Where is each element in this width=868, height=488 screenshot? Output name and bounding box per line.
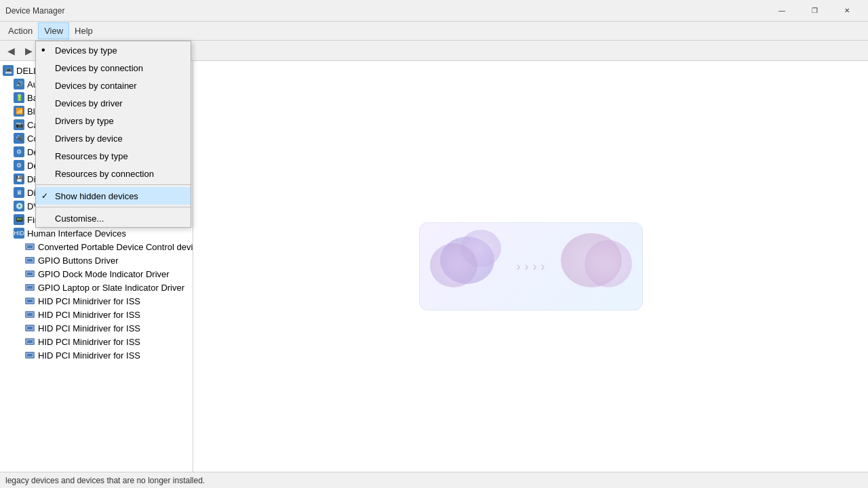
- cloud-blob-5: [585, 240, 632, 287]
- svg-rect-20: [27, 327, 33, 329]
- title-bar-buttons: — ❐ ✕: [766, 0, 863, 22]
- audio-icon: 🔊: [14, 79, 24, 89]
- hid-pci-icon-2: [24, 309, 35, 320]
- status-bar: legacy devices and devices that are no l…: [0, 472, 868, 488]
- dropdown-item-label: Show hidden devices: [55, 191, 138, 201]
- tree-gpio-dock[interactable]: GPIO Dock Mode Indicator Driver: [0, 267, 193, 281]
- hid-group-icon: HID: [14, 228, 24, 239]
- status-text: legacy devices and devices that are no l…: [5, 476, 205, 485]
- view-dropdown-menu[interactable]: Devices by type Devices by connection De…: [35, 41, 191, 228]
- com-icon: 🔌: [14, 133, 24, 144]
- svg-rect-17: [27, 313, 33, 316]
- close-button[interactable]: ✕: [831, 0, 863, 22]
- chevron-right-icon-4: ›: [541, 260, 545, 274]
- tree-item-label: GPIO Buttons Driver: [38, 256, 118, 266]
- menu-bar: Action View Help: [0, 22, 868, 41]
- cloud-decoration: › › › ›: [419, 222, 643, 310]
- dvd-icon: 💿: [14, 201, 24, 211]
- toolbar-back-button[interactable]: ◀: [3, 43, 19, 59]
- title-bar: Device Manager — ❐ ✕: [0, 0, 868, 22]
- maximize-button[interactable]: ❐: [799, 0, 830, 22]
- dropdown-item-label: Customise...: [55, 214, 104, 224]
- arrow-row: › › › ›: [517, 260, 545, 274]
- menu-view[interactable]: View: [38, 22, 69, 39]
- dropdown-item-devices-by-type[interactable]: Devices by type: [36, 41, 191, 59]
- dropdown-separator-2: [36, 207, 191, 207]
- hid-pci-icon-1: [24, 296, 35, 306]
- hid-pci-icon-3: [24, 323, 35, 333]
- tree-item-label: HID PCI Minidriver for ISS: [38, 310, 140, 320]
- camera-icon: 📷: [14, 119, 24, 130]
- tree-hid-pci-3[interactable]: HID PCI Minidriver for ISS: [0, 321, 193, 335]
- firmware-icon: 📟: [14, 214, 24, 225]
- dell2-icon: ⚙: [14, 160, 24, 171]
- disk-icon: 💾: [14, 174, 24, 184]
- dropdown-separator-1: [36, 184, 191, 185]
- dropdown-item-devices-by-connection[interactable]: Devices by connection: [36, 59, 191, 77]
- tree-gpio-buttons[interactable]: GPIO Buttons Driver: [0, 253, 193, 267]
- tree-item-label: Human Interface Devices: [27, 228, 126, 239]
- dropdown-item-devices-by-container[interactable]: Devices by container: [36, 77, 191, 94]
- dropdown-item-label: Devices by type: [55, 45, 117, 56]
- hid-pci-icon-4: [24, 336, 35, 347]
- dropdown-item-label: Resources by type: [55, 151, 128, 161]
- svg-rect-14: [27, 300, 33, 302]
- chevron-right-icon-2: ›: [525, 260, 529, 274]
- tree-item-label: HID PCI Minidriver for ISS: [38, 337, 140, 347]
- dropdown-item-drivers-by-type[interactable]: Drivers by type: [36, 112, 191, 129]
- dropdown-item-label: Devices by driver: [55, 98, 123, 108]
- tree-converted-portable[interactable]: Converted Portable Device Control device: [0, 240, 193, 253]
- bluetooth-icon: 📶: [14, 106, 24, 117]
- gpio-laptop-icon: [24, 282, 35, 293]
- dropdown-item-customise[interactable]: Customise...: [36, 209, 191, 227]
- svg-rect-23: [27, 340, 33, 343]
- dropdown-item-resources-by-type[interactable]: Resources by type: [36, 147, 191, 165]
- display-icon: 🖥: [14, 187, 24, 198]
- dell1-icon: ⚙: [14, 146, 24, 157]
- dropdown-item-label: Resources by connection: [55, 169, 154, 179]
- tree-item-label: HID PCI Minidriver for ISS: [38, 323, 140, 333]
- dropdown-item-drivers-by-device[interactable]: Drivers by device: [36, 129, 191, 147]
- tree-gpio-laptop[interactable]: GPIO Laptop or Slate Indicator Driver: [0, 281, 193, 294]
- svg-rect-8: [27, 272, 33, 275]
- tree-hid-pci-2[interactable]: HID PCI Minidriver for ISS: [0, 308, 193, 321]
- chevron-right-icon-3: ›: [533, 260, 537, 274]
- gpio-buttons-icon: [24, 255, 35, 266]
- right-panel: › › › ›: [193, 61, 868, 472]
- tree-human-interface-devices[interactable]: HID Human Interface Devices: [0, 226, 193, 240]
- battery-icon: 🔋: [14, 92, 24, 103]
- tree-hid-pci-4[interactable]: HID PCI Minidriver for ISS: [0, 335, 193, 348]
- dropdown-item-label: Drivers by type: [55, 116, 114, 126]
- tree-item-label: GPIO Laptop or Slate Indicator Driver: [38, 283, 184, 293]
- cloud-blob-3: [430, 243, 477, 287]
- menu-action[interactable]: Action: [3, 23, 38, 39]
- tree-item-label: Converted Portable Device Control device: [38, 242, 193, 252]
- dropdown-item-resources-by-connection[interactable]: Resources by connection: [36, 165, 191, 182]
- dropdown-item-label: Drivers by device: [55, 134, 123, 144]
- title-bar-text: Device Manager: [5, 6, 766, 16]
- converted-portable-icon: [24, 241, 35, 252]
- tree-item-label: GPIO Dock Mode Indicator Driver: [38, 269, 170, 279]
- tree-item-label: HID PCI Minidriver for ISS: [38, 350, 140, 361]
- tree-root-icon: 💻: [3, 65, 14, 76]
- minimize-button[interactable]: —: [766, 0, 797, 22]
- dropdown-item-devices-by-driver[interactable]: Devices by driver: [36, 94, 191, 112]
- tree-hid-pci-1[interactable]: HID PCI Minidriver for ISS: [0, 294, 193, 308]
- chevron-right-icon-1: ›: [517, 260, 521, 274]
- dropdown-item-label: Devices by container: [55, 81, 137, 91]
- tree-item-label: HID PCI Minidriver for ISS: [38, 296, 140, 306]
- svg-rect-26: [27, 354, 33, 357]
- tree-hid-pci-5[interactable]: HID PCI Minidriver for ISS: [0, 348, 193, 362]
- svg-rect-11: [27, 286, 33, 289]
- svg-rect-2: [27, 245, 33, 248]
- menu-help[interactable]: Help: [69, 23, 98, 39]
- svg-rect-5: [27, 259, 33, 262]
- toolbar-forward-button[interactable]: ▶: [20, 43, 37, 59]
- hid-pci-icon-5: [24, 350, 35, 361]
- dropdown-item-show-hidden-devices[interactable]: Show hidden devices: [36, 187, 191, 205]
- gpio-dock-icon: [24, 268, 35, 279]
- dropdown-item-label: Devices by connection: [55, 63, 143, 73]
